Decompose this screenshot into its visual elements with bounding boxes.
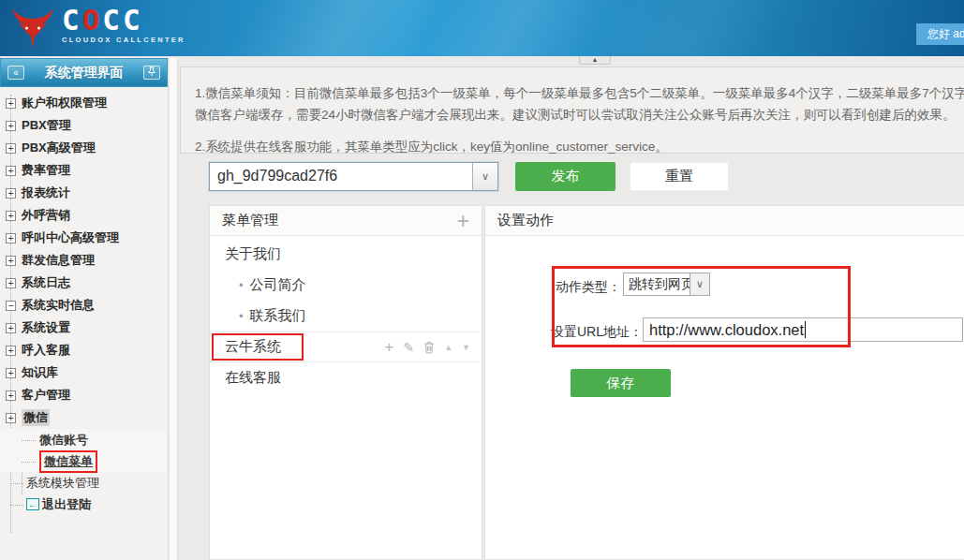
action-type-select[interactable]: 跳转到网页 ∨ bbox=[623, 273, 710, 296]
sidebar-item-mass-message[interactable]: +群发信息管理 bbox=[0, 249, 168, 272]
add-menu-icon[interactable]: + bbox=[457, 212, 469, 230]
wechat-menu-notice: 1.微信菜单须知：目前微信菜单最多包括3个一级菜单，每个一级菜单最多包含5个二级… bbox=[180, 66, 964, 154]
expand-icon[interactable]: + bbox=[6, 233, 16, 243]
expand-icon[interactable]: + bbox=[6, 346, 16, 356]
expand-icon[interactable]: + bbox=[6, 278, 16, 288]
url-input[interactable]: http://www.cloudox.net bbox=[643, 317, 963, 342]
url-input-value: http://www.cloudox.net bbox=[649, 321, 804, 339]
expand-icon[interactable]: + bbox=[6, 143, 16, 154]
sidebar-item-report-stats[interactable]: +报表统计 bbox=[0, 182, 168, 204]
expand-icon[interactable]: + bbox=[6, 413, 16, 423]
main-region: ▲ « 系统管理界面 +账户和权限管理 +PBX管理 +PBX高级管理 +费率管… bbox=[0, 56, 964, 560]
chevron-down-icon[interactable]: ∨ bbox=[690, 273, 709, 295]
menu-management-panel: 菜单管理 + 关于我们 •公司简介 •联系我们 云牛系统 + ✎ ▲ bbox=[209, 205, 482, 560]
delete-trash-icon[interactable] bbox=[423, 341, 435, 354]
sidebar-item-wechat-account[interactable]: 微信账号 bbox=[0, 429, 168, 450]
sidebar-item-inbound-service[interactable]: +呼入客服 bbox=[0, 339, 168, 361]
menu-list: 关于我们 •公司简介 •联系我们 云牛系统 + ✎ ▲ ▼ bbox=[210, 236, 482, 393]
menu-item-about-us[interactable]: 关于我们 bbox=[210, 239, 482, 270]
sidebar-scrollbar[interactable] bbox=[170, 58, 178, 560]
sidebar-item-system-log[interactable]: +系统日志 bbox=[0, 272, 168, 294]
sidebar-title: 系统管理界面 bbox=[45, 65, 124, 81]
sidebar-item-accounts-permissions[interactable]: +账户和权限管理 bbox=[0, 92, 168, 114]
expand-icon[interactable]: + bbox=[6, 98, 16, 109]
sidebar-item-wechat[interactable]: +微信 bbox=[0, 406, 168, 429]
expand-icon[interactable]: + bbox=[6, 256, 16, 266]
greeting-user-button[interactable]: 您好 ad bbox=[916, 23, 964, 45]
reset-button[interactable]: 重置 bbox=[630, 162, 729, 191]
save-button[interactable]: 保存 bbox=[571, 369, 671, 397]
pin-icon[interactable] bbox=[143, 66, 160, 80]
menu-panel-title: 菜单管理 bbox=[222, 212, 278, 229]
action-type-label: 动作类型： bbox=[556, 279, 621, 296]
edit-pencil-icon[interactable]: ✎ bbox=[403, 340, 414, 355]
sidebar-item-system-modules[interactable]: 系统模块管理 bbox=[0, 472, 168, 494]
up-triangle-icon: ▲ bbox=[592, 56, 599, 63]
move-up-icon[interactable]: ▲ bbox=[444, 343, 452, 352]
action-panel-header: 设置动作 bbox=[485, 206, 964, 236]
logout-arrow-icon: ← bbox=[26, 498, 39, 510]
text-caret bbox=[805, 321, 806, 338]
header-collapse-tab[interactable]: ▲ bbox=[579, 56, 611, 65]
expand-icon[interactable]: + bbox=[6, 391, 16, 401]
sidebar-item-callcenter-advanced[interactable]: +呼叫中心高级管理 bbox=[0, 227, 168, 249]
sidebar-item-wechat-menu[interactable]: 微信菜单 bbox=[0, 450, 168, 472]
tree-line bbox=[10, 483, 23, 484]
tree-line bbox=[22, 440, 36, 441]
sidebar-item-system-realtime[interactable]: −系统实时信息 bbox=[0, 294, 168, 317]
wechat-account-select[interactable]: gh_9d799cad27f6 ∨ bbox=[209, 162, 498, 191]
menu-item-contact-us[interactable]: •联系我们 bbox=[210, 301, 482, 332]
menu-item-online-service[interactable]: 在线客服 bbox=[210, 362, 482, 393]
menu-item-yunniu-system[interactable]: 云牛系统 + ✎ ▲ ▼ bbox=[210, 332, 482, 362]
move-down-icon[interactable]: ▼ bbox=[462, 343, 470, 352]
menu-item-company-intro[interactable]: •公司简介 bbox=[210, 270, 482, 301]
menu-item-tools: + ✎ ▲ ▼ bbox=[384, 338, 470, 357]
account-select-value: gh_9d799cad27f6 bbox=[210, 163, 472, 190]
collapse-icon[interactable]: − bbox=[6, 301, 16, 311]
expand-icon[interactable]: + bbox=[6, 188, 16, 199]
logo-subtitle: CLOUDOX CALLCENTER bbox=[62, 36, 185, 44]
expand-icon[interactable]: + bbox=[6, 121, 16, 131]
tree-line bbox=[22, 462, 36, 463]
logo-o-red: O bbox=[82, 3, 103, 37]
expand-icon[interactable]: + bbox=[6, 211, 16, 221]
notice-line-1: 1.微信菜单须知：目前微信菜单最多包括3个一级菜单，每个一级菜单最多包含5个二级… bbox=[195, 82, 964, 104]
logo-text: COCC CLOUDOX CALLCENTER bbox=[62, 5, 185, 44]
sidebar-item-pbx-advanced[interactable]: +PBX高级管理 bbox=[0, 137, 168, 159]
sidebar-item-customer-mgmt[interactable]: +客户管理 bbox=[0, 384, 168, 406]
sidebar-tree: +账户和权限管理 +PBX管理 +PBX高级管理 +费率管理 +报表统计 +外呼… bbox=[0, 87, 168, 515]
chevron-down-icon[interactable]: ∨ bbox=[472, 163, 497, 190]
top-banner: COCC CLOUDOX CALLCENTER 您好 ad bbox=[0, 0, 964, 56]
action-panel-title: 设置动作 bbox=[497, 212, 554, 229]
sidebar-item-outbound-marketing[interactable]: +外呼营销 bbox=[0, 204, 168, 227]
expand-icon[interactable]: + bbox=[6, 323, 16, 333]
sidebar-item-logout[interactable]: ←退出登陆 bbox=[0, 494, 168, 515]
notice-line-3: 2.系统提供在线客服功能，其菜单类型应为click，key值为online_cu… bbox=[195, 136, 964, 157]
logo: COCC CLOUDOX CALLCENTER bbox=[11, 5, 185, 49]
expand-icon[interactable]: + bbox=[6, 368, 16, 378]
bullet-icon: • bbox=[239, 278, 244, 292]
selected-link-highlight[interactable]: 微信菜单 bbox=[39, 450, 97, 473]
sidebar-item-pbx-mgmt[interactable]: +PBX管理 bbox=[0, 114, 168, 137]
logo-word: COCC bbox=[62, 5, 185, 35]
menu-panel-header: 菜单管理 + bbox=[210, 206, 482, 236]
app-window: COCC CLOUDOX CALLCENTER 您好 ad ▲ « 系统管理界面… bbox=[0, 0, 964, 560]
action-settings-panel: 设置动作 动作类型： 跳转到网页 ∨ 设置URL地址： http://www.c… bbox=[484, 205, 964, 560]
action-type-value: 跳转到网页 bbox=[624, 273, 690, 295]
publish-button[interactable]: 发布 bbox=[515, 162, 615, 191]
sidebar-item-system-settings[interactable]: +系统设置 bbox=[0, 317, 168, 339]
url-label: 设置URL地址： bbox=[551, 324, 643, 341]
sidebar-item-rate-mgmt[interactable]: +费率管理 bbox=[0, 159, 168, 182]
tree-line bbox=[10, 505, 23, 506]
expand-icon[interactable]: + bbox=[6, 166, 16, 176]
sidebar-item-knowledge-base[interactable]: +知识库 bbox=[0, 361, 168, 384]
sidebar-collapse-icon[interactable]: « bbox=[7, 66, 24, 80]
bullet-icon: • bbox=[239, 309, 244, 323]
notice-line-2: 微信客户端缓存，需要24小时微信客户端才会展现出来。建议测试时可以尝试取消关注公… bbox=[195, 104, 964, 125]
bull-icon bbox=[11, 7, 54, 49]
add-submenu-icon[interactable]: + bbox=[384, 338, 393, 357]
sidebar: « 系统管理界面 +账户和权限管理 +PBX管理 +PBX高级管理 +费率管理 … bbox=[0, 58, 169, 560]
sidebar-header: « 系统管理界面 bbox=[0, 58, 168, 87]
